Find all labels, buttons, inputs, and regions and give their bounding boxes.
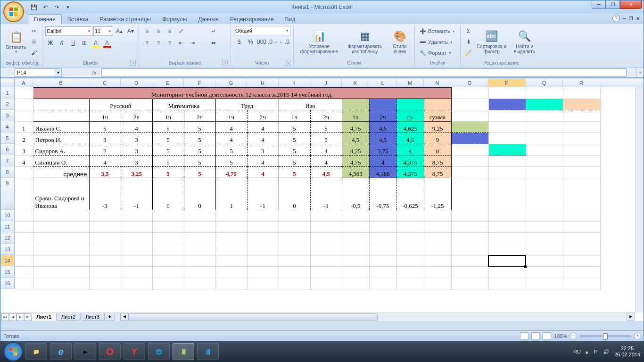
decrease-indent-icon[interactable]: ⇤ [176, 38, 186, 48]
formula-input[interactable] [101, 68, 627, 77]
cell-styles-button[interactable]: 🎨Стили ячеек [388, 26, 412, 57]
accounting-icon[interactable]: $ [234, 37, 244, 47]
increase-decimal-icon[interactable]: .0→ [268, 37, 278, 47]
dialog-launcher-icon[interactable]: ↘ [130, 60, 136, 66]
chrome-icon[interactable]: 🌐 [148, 343, 170, 360]
col-header[interactable]: L [369, 79, 396, 87]
col-header[interactable]: P [488, 79, 526, 87]
tab-formulas[interactable]: Формулы [157, 15, 192, 24]
fill-icon[interactable]: ⬇ [463, 37, 474, 47]
decrease-decimal-icon[interactable]: ←.0 [279, 37, 289, 47]
dialog-launcher-icon[interactable]: ↘ [222, 60, 228, 66]
sheet-tab[interactable]: Лист2 [56, 313, 81, 321]
underline-icon[interactable]: Ч [68, 38, 78, 48]
col-header[interactable]: F [184, 79, 215, 87]
font-size-combo[interactable]: 11▼ [93, 26, 113, 36]
tab-insert[interactable]: Вставка [62, 15, 94, 24]
row-header[interactable]: 8 [0, 166, 15, 178]
fx-icon[interactable]: fx [87, 70, 101, 75]
qat-customize-icon[interactable]: ▼ [63, 2, 73, 12]
format-as-table-button[interactable]: ▦Форматировать как таблицу [344, 26, 386, 57]
orientation-icon[interactable]: ⤢ [176, 26, 186, 36]
mdi-restore-icon[interactable]: ❐ [629, 16, 633, 21]
align-top-icon[interactable]: ≡ [142, 26, 152, 36]
row-header[interactable]: 10 [0, 210, 15, 221]
active-cell[interactable] [488, 255, 526, 267]
conditional-formatting-button[interactable]: 📊Условное форматирование [297, 26, 342, 57]
col-header[interactable]: G [215, 79, 247, 87]
col-header[interactable]: Q [526, 79, 563, 87]
opera-icon[interactable]: O [99, 343, 121, 360]
col-header[interactable]: I [279, 79, 310, 87]
delete-cells-button[interactable]: ➖Удалить▼ [418, 37, 457, 47]
col-header[interactable]: M [396, 79, 424, 87]
tab-page-layout[interactable]: Разметка страницы [94, 15, 157, 24]
zoom-level[interactable]: 100% [554, 333, 567, 339]
format-cells-button[interactable]: 🔧Формат▼ [418, 48, 457, 58]
close-button[interactable]: ✕ [620, 0, 642, 9]
tab-review[interactable]: Рецензирование [224, 15, 280, 24]
cut-icon[interactable]: ✂ [29, 26, 39, 36]
row-header[interactable]: 5 [0, 132, 15, 144]
worksheet-grid[interactable]: A B C D E F G H I J K L M N O P Q R 1234… [0, 79, 644, 321]
select-all-corner[interactable] [0, 79, 15, 87]
help-icon[interactable]: ? [612, 15, 620, 22]
col-header[interactable]: N [424, 79, 451, 87]
find-select-button[interactable]: 🔍Найти и выделить [510, 26, 540, 57]
zoom-in-icon[interactable]: + [634, 333, 641, 339]
sheet-tab[interactable]: Лист3 [80, 313, 105, 321]
autosum-icon[interactable]: Σ [463, 26, 474, 36]
language-indicator[interactable]: RU [573, 349, 581, 354]
col-header[interactable]: D [121, 79, 152, 87]
row-header[interactable]: 3 [0, 110, 15, 121]
col-header[interactable]: C [89, 79, 121, 87]
col-header[interactable]: A [15, 79, 33, 87]
italic-icon[interactable]: К [57, 38, 67, 48]
align-right-icon[interactable]: ≡ [165, 38, 175, 48]
row-header[interactable]: 12 [0, 232, 15, 244]
align-left-icon[interactable]: ≡ [142, 38, 152, 48]
volume-icon[interactable]: 🔊 [603, 349, 610, 355]
vertical-scrollbar[interactable] [635, 87, 644, 313]
tab-nav-next-icon[interactable]: ▶ [17, 313, 24, 321]
number-format-combo[interactable]: Общий▼ [234, 26, 290, 35]
col-header[interactable]: H [247, 79, 279, 87]
zoom-slider[interactable] [579, 335, 631, 337]
bold-icon[interactable]: Ж [45, 38, 56, 48]
expand-formula-bar-icon[interactable]: ▾ [636, 67, 644, 77]
horizontal-scrollbar[interactable]: ◀ ▶ [120, 313, 635, 321]
increase-indent-icon[interactable]: ⇥ [187, 38, 198, 48]
zoom-out-icon[interactable]: − [570, 333, 577, 339]
wrap-text-icon[interactable]: ⤶ [199, 26, 228, 36]
row-header[interactable]: 11 [0, 221, 15, 232]
tab-data[interactable]: Данные [192, 15, 224, 24]
col-header[interactable]: O [451, 79, 488, 87]
row-header[interactable]: 14 [0, 255, 15, 266]
mdi-close-icon[interactable]: ✕ [636, 16, 640, 21]
normal-view-icon[interactable] [520, 332, 528, 340]
flag-icon[interactable]: 🏳 [593, 349, 598, 354]
row-header[interactable]: 6 [0, 144, 15, 155]
row-header[interactable]: 2 [0, 99, 15, 110]
row-header[interactable]: 9 [0, 178, 15, 210]
tab-nav-last-icon[interactable]: ⏭ [24, 313, 32, 321]
align-bottom-icon[interactable]: ≡ [165, 26, 175, 36]
col-header[interactable]: B [33, 79, 89, 87]
copy-icon[interactable]: ⎘ [29, 37, 39, 47]
col-header[interactable]: J [310, 79, 342, 87]
new-sheet-icon[interactable]: ✦ [104, 313, 115, 321]
clear-icon[interactable]: 🧹 [463, 48, 474, 58]
page-layout-view-icon[interactable] [531, 332, 540, 340]
border-icon[interactable]: ⊞ [79, 38, 90, 48]
font-color-icon[interactable]: A [102, 38, 112, 48]
page-break-view-icon[interactable] [543, 332, 551, 340]
row-header[interactable]: 15 [0, 266, 15, 278]
explorer-icon[interactable]: 📁 [25, 343, 47, 360]
minimize-button[interactable]: ─ [592, 0, 606, 9]
save-icon[interactable]: 💾 [29, 2, 39, 12]
ie-icon[interactable]: e [50, 343, 72, 360]
dialog-launcher-icon[interactable]: ↘ [33, 60, 39, 66]
media-player-icon[interactable]: ▶ [74, 343, 96, 360]
clock[interactable]: 22:25 26.02.2014 [614, 346, 640, 358]
redo-icon[interactable]: ↷ [51, 2, 62, 12]
